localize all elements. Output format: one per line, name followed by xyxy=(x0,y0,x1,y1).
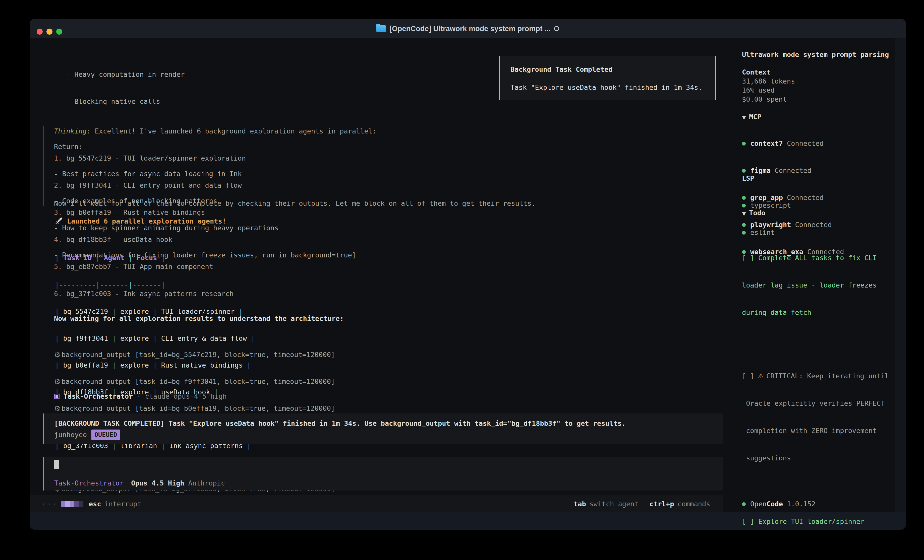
status-dot-icon xyxy=(742,204,746,208)
thinking-footer: Now I'll wait for all of them to complet… xyxy=(54,199,536,208)
ctrlp-key-hint: ctrl+p xyxy=(650,500,674,509)
context-used: 16% used xyxy=(742,86,775,95)
thinking-item: 1. bg_5547c219 - TUI loader/spinner expl… xyxy=(54,154,246,163)
status-left: ··· esc interrupt xyxy=(41,500,141,509)
mcp-item: figmaConnected xyxy=(742,166,844,175)
thinking-item: 2. bg_f9ff3041 - CLI entry point and dat… xyxy=(54,181,246,190)
terminal-window: [OpenCode] Ultrawork mode system prompt … xyxy=(30,19,906,530)
todo-item: [ ] Complete ALL tasks to fix CLI loader… xyxy=(742,235,903,335)
thinking-block-border xyxy=(43,126,44,206)
transcript-line: - Heavy computation in render xyxy=(54,70,356,79)
todo-item: [ ]⚠CRITICAL: Keep iterating until Oracl… xyxy=(742,353,903,481)
tool-call: ⚙background_output [task_id=bg_f9ff3041,… xyxy=(54,377,335,386)
agent-line: Task-Orchestrator · claude-opus-4-5-high xyxy=(54,392,227,401)
gear-icon: ⚙ xyxy=(54,350,60,359)
launch-banner: Launched 6 parallel exploration agents! xyxy=(54,217,226,226)
text-cursor xyxy=(54,460,59,469)
context-heading: Context xyxy=(742,68,771,77)
thinking-item: 3. bg_b0effa19 - Rust native bindings xyxy=(54,208,246,217)
window-title: [OpenCode] Ultrawork mode system prompt … xyxy=(389,25,550,33)
tool-call: ⚙background_output [task_id=bg_5547c219,… xyxy=(54,350,335,359)
notification-title: Background Task Completed xyxy=(510,65,612,74)
agent-square-icon xyxy=(54,394,60,399)
tab-key-label: switch agent xyxy=(590,500,639,509)
input-model: Opus 4.5 High xyxy=(131,479,184,488)
tool-call: ⚙background_output [task_id=bg_b0effa19,… xyxy=(54,404,335,413)
spinner-dots: ··· xyxy=(41,500,58,509)
esc-key-label: interrupt xyxy=(105,500,141,509)
esc-key-hint: esc xyxy=(89,500,101,509)
loading-circle-icon xyxy=(554,26,559,31)
sidebar-title: Ultrawork mode system prompt parsing xyxy=(742,50,889,59)
spinner-blocks-icon xyxy=(61,501,83,507)
prompt-input[interactable]: Task-Orchestrator Opus 4.5 High Anthropi… xyxy=(43,457,723,491)
waiting-line: Now waiting for all exploration results … xyxy=(54,314,344,323)
context-tokens: 31,686 tokens xyxy=(742,77,795,86)
ctrlp-key-label: commands xyxy=(677,500,710,509)
tab-key-hint: tab xyxy=(574,500,586,509)
input-provider: Anthropic xyxy=(188,479,225,488)
todo-section-header[interactable]: ▼Todo xyxy=(742,208,765,218)
status-dot-icon xyxy=(742,502,746,506)
queued-badge: QUEUED xyxy=(92,430,120,440)
mcp-item: context7Connected xyxy=(742,139,844,148)
table-header: |Task ID|Agent|Focus| xyxy=(55,253,255,262)
warning-icon: ⚠ xyxy=(758,372,764,380)
todo-list: [ ] Complete ALL tasks to fix CLI loader… xyxy=(742,217,903,530)
input-agent-name[interactable]: Task-Orchestrator xyxy=(54,479,123,488)
notification-toast[interactable]: Background Task Completed Task "Explore … xyxy=(499,56,716,100)
agent-model: claude-opus-4-5-high xyxy=(145,392,227,401)
thinking-intro: Thinking: Excellent! I've launched 6 bac… xyxy=(54,127,376,136)
context-spent: $0.00 spent xyxy=(742,95,787,104)
gear-icon: ⚙ xyxy=(54,377,60,386)
status-dot-icon xyxy=(742,169,746,173)
table-separator: |---------|-------|-------| xyxy=(55,280,255,289)
transcript-line: - Blocking native calls xyxy=(54,97,356,106)
gear-icon: ⚙ xyxy=(54,404,60,413)
folder-icon xyxy=(376,25,386,32)
background-completed-panel: [BACKGROUND TASK COMPLETED] Task "Explor… xyxy=(43,413,723,444)
app-version: 1.0.152 xyxy=(787,500,816,509)
chevron-down-icon: ▼ xyxy=(742,114,746,120)
launch-banner-text: Launched 6 parallel exploration agents! xyxy=(67,217,226,225)
status-right: tab switch agent ctrl+p commands xyxy=(574,500,710,509)
notification-body: Task "Explore useData hook" finished in … xyxy=(510,83,702,92)
status-dot-icon xyxy=(742,142,746,145)
lsp-heading: LSP xyxy=(742,174,754,183)
mcp-section-header[interactable]: ▼MCP xyxy=(742,112,761,122)
agent-name: Task-Orchestrator xyxy=(63,392,133,401)
queued-user: junhoyeo xyxy=(54,430,87,439)
rocket-icon xyxy=(54,217,63,226)
titlebar: [OpenCode] Ultrawork mode system prompt … xyxy=(30,19,906,38)
app-version-footer: OpenCode 1.0.152 xyxy=(742,500,816,509)
chevron-down-icon: ▼ xyxy=(742,211,746,217)
completed-message: [BACKGROUND TASK COMPLETED] Task "Explor… xyxy=(54,419,626,428)
thinking-label: Thinking: xyxy=(54,127,91,135)
